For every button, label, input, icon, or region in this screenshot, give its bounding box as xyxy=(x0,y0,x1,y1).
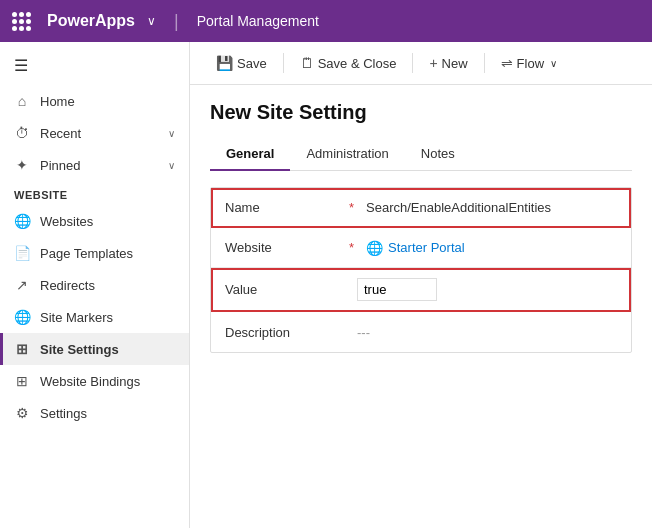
pinned-icon: ✦ xyxy=(14,157,30,173)
topbar-separator: | xyxy=(174,11,179,32)
command-bar: 💾 Save 🗒 Save & Close + New ⇌ Flow ∨ xyxy=(190,42,652,85)
sidebar-item-settings[interactable]: ⚙ Settings xyxy=(0,397,189,429)
sidebar-home-label: Home xyxy=(40,94,175,109)
sidebar-pinned-label: Pinned xyxy=(40,158,158,173)
name-required-indicator: * xyxy=(349,200,354,215)
website-link-text: Starter Portal xyxy=(388,240,465,255)
sidebar-item-redirects[interactable]: ↗ Redirects xyxy=(0,269,189,301)
flow-icon: ⇌ xyxy=(501,55,513,71)
tabs: General Administration Notes xyxy=(210,138,632,171)
description-value: --- xyxy=(357,325,617,340)
value-label: Value xyxy=(225,282,345,297)
sidebar-website-bindings-label: Website Bindings xyxy=(40,374,175,389)
portal-name: Portal Management xyxy=(197,13,319,29)
home-icon: ⌂ xyxy=(14,93,30,109)
website-required-indicator: * xyxy=(349,240,354,255)
app-name: PowerApps xyxy=(47,12,135,30)
new-icon: + xyxy=(429,55,437,71)
app-grid-icon[interactable] xyxy=(12,12,31,31)
website-bindings-icon: ⊞ xyxy=(14,373,30,389)
settings-icon: ⚙ xyxy=(14,405,30,421)
tab-general[interactable]: General xyxy=(210,138,290,171)
sidebar-site-markers-label: Site Markers xyxy=(40,310,175,325)
value-row: Value xyxy=(211,268,631,312)
name-row: Name * Search/EnableAdditionalEntities xyxy=(211,188,631,228)
new-label: New xyxy=(442,56,468,71)
layout: ☰ ⌂ Home ⏱ Recent ∨ ✦ Pinned ∨ Website 🌐… xyxy=(0,42,652,528)
description-row: Description --- xyxy=(211,312,631,352)
flow-label: Flow xyxy=(517,56,544,71)
hamburger-button[interactable]: ☰ xyxy=(0,46,189,85)
name-label: Name xyxy=(225,200,345,215)
recent-icon: ⏱ xyxy=(14,125,30,141)
website-value[interactable]: 🌐 Starter Portal xyxy=(366,240,617,256)
flow-button[interactable]: ⇌ Flow ∨ xyxy=(491,50,567,76)
description-label: Description xyxy=(225,325,345,340)
tab-administration[interactable]: Administration xyxy=(290,138,404,171)
sidebar-item-websites[interactable]: 🌐 Websites xyxy=(0,205,189,237)
website-section-label: Website xyxy=(0,181,189,205)
sidebar-site-settings-label: Site Settings xyxy=(40,342,175,357)
save-close-icon: 🗒 xyxy=(300,55,314,71)
sidebar-item-home[interactable]: ⌂ Home xyxy=(0,85,189,117)
sidebar-page-templates-label: Page Templates xyxy=(40,246,175,261)
value-input[interactable] xyxy=(357,278,437,301)
sidebar-item-site-markers[interactable]: 🌐 Site Markers xyxy=(0,301,189,333)
site-markers-icon: 🌐 xyxy=(14,309,30,325)
cmd-separator-2 xyxy=(412,53,413,73)
page-content: New Site Setting General Administration … xyxy=(190,85,652,528)
site-settings-icon: ⊞ xyxy=(14,341,30,357)
page-title: New Site Setting xyxy=(210,101,632,124)
page-templates-icon: 📄 xyxy=(14,245,30,261)
cmd-separator-1 xyxy=(283,53,284,73)
website-label: Website xyxy=(225,240,345,255)
sidebar-settings-label: Settings xyxy=(40,406,175,421)
sidebar-websites-label: Websites xyxy=(40,214,175,229)
save-close-label: Save & Close xyxy=(318,56,397,71)
name-value: Search/EnableAdditionalEntities xyxy=(366,200,617,215)
sidebar-item-page-templates[interactable]: 📄 Page Templates xyxy=(0,237,189,269)
save-icon: 💾 xyxy=(216,55,233,71)
cmd-separator-3 xyxy=(484,53,485,73)
save-close-button[interactable]: 🗒 Save & Close xyxy=(290,50,407,76)
sidebar-recent-label: Recent xyxy=(40,126,158,141)
new-button[interactable]: + New xyxy=(419,50,477,76)
topbar: PowerApps ∨ | Portal Management xyxy=(0,0,652,42)
flow-chevron-icon: ∨ xyxy=(550,58,557,69)
form-section: Name * Search/EnableAdditionalEntities W… xyxy=(210,187,632,353)
sidebar-item-recent[interactable]: ⏱ Recent ∨ xyxy=(0,117,189,149)
main-content: 💾 Save 🗒 Save & Close + New ⇌ Flow ∨ New… xyxy=(190,42,652,528)
save-button[interactable]: 💾 Save xyxy=(206,50,277,76)
sidebar-item-pinned[interactable]: ✦ Pinned ∨ xyxy=(0,149,189,181)
globe-icon: 🌐 xyxy=(366,240,383,256)
save-label: Save xyxy=(237,56,267,71)
sidebar: ☰ ⌂ Home ⏱ Recent ∨ ✦ Pinned ∨ Website 🌐… xyxy=(0,42,190,528)
sidebar-redirects-label: Redirects xyxy=(40,278,175,293)
sidebar-item-site-settings[interactable]: ⊞ Site Settings xyxy=(0,333,189,365)
tab-notes[interactable]: Notes xyxy=(405,138,471,171)
recent-chevron-icon: ∨ xyxy=(168,128,175,139)
app-chevron-icon[interactable]: ∨ xyxy=(147,14,156,28)
redirects-icon: ↗ xyxy=(14,277,30,293)
sidebar-item-website-bindings[interactable]: ⊞ Website Bindings xyxy=(0,365,189,397)
pinned-chevron-icon: ∨ xyxy=(168,160,175,171)
websites-icon: 🌐 xyxy=(14,213,30,229)
website-row: Website * 🌐 Starter Portal xyxy=(211,228,631,268)
